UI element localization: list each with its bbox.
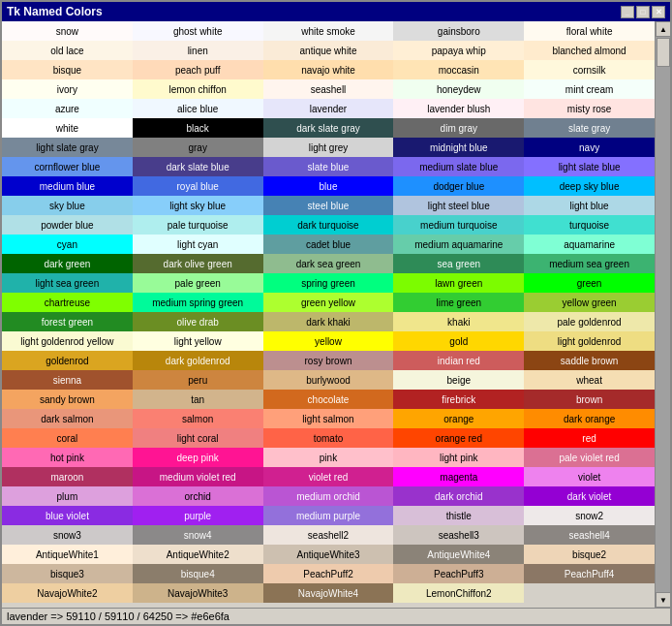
color-cell[interactable]: royal blue [133,176,263,196]
color-cell[interactable]: seashell4 [524,525,655,545]
color-cell[interactable]: sky blue [2,196,133,215]
color-cell[interactable]: plum [2,486,133,506]
color-cell[interactable]: aquamarine [524,235,655,254]
color-cell[interactable]: navajo white [263,60,394,79]
color-cell[interactable]: white smoke [263,21,394,41]
color-cell[interactable]: tomato [263,428,394,448]
color-cell[interactable]: AntiqueWhite4 [393,545,524,564]
color-cell[interactable]: dark slate gray [263,118,394,138]
color-cell[interactable]: light goldenrod yellow [2,331,133,351]
color-cell[interactable]: sandy brown [2,390,133,409]
color-cell[interactable]: dim gray [393,118,524,138]
color-cell[interactable]: PeachPuff4 [524,564,655,583]
color-cell[interactable]: honeydew [393,79,524,99]
color-cell[interactable]: violet [524,467,655,486]
close-button[interactable]: ✕ [652,6,665,18]
color-cell[interactable]: gold [393,331,524,351]
color-cell[interactable]: violet red [263,467,394,486]
color-cell[interactable]: dark khaki [263,312,394,331]
color-cell[interactable]: medium slate blue [393,157,524,176]
color-cell[interactable]: dark orchid [393,486,524,506]
color-cell[interactable]: light grey [263,138,394,157]
color-cell[interactable]: ivory [2,79,133,99]
color-cell[interactable]: dodger blue [393,176,524,196]
color-cell[interactable]: snow4 [133,525,263,545]
color-cell[interactable]: medium spring green [133,293,263,312]
color-cell[interactable]: dark turquoise [263,215,394,235]
color-cell[interactable]: moccasin [393,60,524,79]
color-cell[interactable]: maroon [2,467,133,486]
color-cell[interactable]: cornsilk [524,60,655,79]
color-cell[interactable]: red [524,428,655,448]
color-cell[interactable]: yellow green [524,293,655,312]
color-cell[interactable]: lawn green [393,273,524,293]
color-cell[interactable]: yellow [263,331,394,351]
color-cell[interactable]: coral [2,428,133,448]
color-cell[interactable]: dark orange [524,409,655,428]
color-cell[interactable]: lavender blush [393,99,524,118]
color-cell[interactable]: peach puff [133,60,263,79]
color-cell[interactable]: pale violet red [524,448,655,467]
color-cell[interactable]: old lace [2,41,133,60]
color-cell[interactable]: light blue [524,196,655,215]
color-cell[interactable]: AntiqueWhite3 [263,545,394,564]
color-cell[interactable]: lavender [263,99,394,118]
color-cell[interactable]: blue violet [2,506,133,525]
color-cell[interactable]: medium turquoise [393,215,524,235]
color-cell[interactable]: ghost white [133,21,263,41]
color-cell[interactable]: deep pink [133,448,263,467]
color-cell[interactable]: mint cream [524,79,655,99]
color-cell[interactable]: sienna [2,370,133,390]
color-cell[interactable]: pale green [133,273,263,293]
color-cell[interactable]: khaki [393,312,524,331]
color-cell[interactable]: seashell [263,79,394,99]
maximize-button[interactable]: □ [636,6,650,18]
color-cell[interactable]: medium purple [263,506,394,525]
color-cell[interactable]: floral white [524,21,655,41]
color-cell[interactable]: goldenrod [2,351,133,370]
color-cell[interactable]: light pink [393,448,524,467]
color-cell[interactable]: NavajoWhite2 [2,583,133,603]
color-cell[interactable]: spring green [263,273,394,293]
color-cell[interactable]: misty rose [524,99,655,118]
color-cell[interactable]: AntiqueWhite1 [2,545,133,564]
color-cell[interactable]: green [524,273,655,293]
color-cell[interactable]: bisque2 [524,545,655,564]
color-cell[interactable]: snow2 [524,506,655,525]
color-cell[interactable]: powder blue [2,215,133,235]
color-cell[interactable]: papaya whip [393,41,524,60]
color-cell[interactable]: deep sky blue [524,176,655,196]
color-cell[interactable]: orchid [133,486,263,506]
color-cell[interactable]: slate gray [524,118,655,138]
color-cell[interactable]: light steel blue [393,196,524,215]
color-cell[interactable]: medium aquamarine [393,235,524,254]
color-cell[interactable]: seashell2 [263,525,394,545]
color-cell[interactable]: gainsboro [393,21,524,41]
color-cell[interactable]: tan [133,390,263,409]
color-cell[interactable]: black [133,118,263,138]
color-cell[interactable]: beige [393,370,524,390]
color-cell[interactable]: light slate gray [2,138,133,157]
color-cell[interactable]: medium blue [2,176,133,196]
color-cell[interactable]: saddle brown [524,351,655,370]
color-cell[interactable]: steel blue [263,196,394,215]
color-cell[interactable]: chartreuse [2,293,133,312]
color-cell[interactable]: dark salmon [2,409,133,428]
color-cell[interactable]: dark slate blue [133,157,263,176]
color-cell[interactable]: seashell3 [393,525,524,545]
color-cell[interactable]: gray [133,138,263,157]
color-cell[interactable]: salmon [133,409,263,428]
color-cell[interactable]: light sky blue [133,196,263,215]
scroll-down-button[interactable]: ▼ [656,592,670,608]
color-cell[interactable]: firebrick [393,390,524,409]
color-cell[interactable]: orange [393,409,524,428]
color-cell[interactable]: LemonChiffon2 [393,583,524,603]
color-cell[interactable]: light goldenrod [524,331,655,351]
color-cell[interactable]: lemon chiffon [133,79,263,99]
color-cell[interactable]: thistle [393,506,524,525]
color-cell[interactable]: dark green [2,254,133,273]
color-cell[interactable]: chocolate [263,390,394,409]
color-cell[interactable]: bisque [2,60,133,79]
color-cell[interactable]: light coral [133,428,263,448]
color-cell[interactable]: magenta [393,467,524,486]
